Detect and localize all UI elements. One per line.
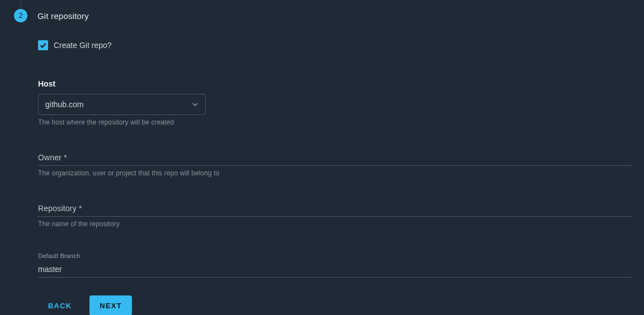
back-button[interactable]: BACK [38, 295, 82, 315]
default-branch-label: Default Branch [38, 252, 633, 259]
owner-helper: The organization, user or project that t… [38, 169, 633, 177]
step-content: Create Git repo? Host github.com The hos… [38, 40, 633, 315]
owner-label: Owner * [38, 153, 67, 162]
step-header: 2 Git repository [14, 9, 89, 22]
owner-input-wrap[interactable]: Owner * [38, 153, 633, 166]
create-git-repo-checkbox[interactable] [38, 40, 48, 50]
repository-helper: The name of the repository [38, 220, 633, 228]
wizard-button-row: BACK NEXT [38, 295, 633, 315]
stepper-connector [21, 0, 21, 9]
host-select[interactable]: github.com [38, 94, 206, 115]
host-helper: The host where the repository will be cr… [38, 118, 633, 126]
next-button[interactable]: NEXT [89, 295, 131, 315]
chevron-down-icon [192, 101, 198, 108]
check-icon [39, 41, 47, 49]
host-field-block: Host github.com The host where the repos… [38, 79, 633, 126]
repository-label: Repository * [38, 204, 82, 213]
create-git-repo-label: Create Git repo? [54, 41, 112, 50]
repository-input-wrap[interactable]: Repository * [38, 204, 633, 217]
default-branch-input[interactable] [38, 261, 633, 278]
step-number-badge: 2 [14, 9, 27, 22]
default-branch-field-block: Default Branch [38, 252, 633, 278]
owner-field-block: Owner * The organization, user or projec… [38, 153, 633, 177]
host-label: Host [38, 79, 633, 88]
step-title: Git repository [37, 11, 89, 21]
repository-field-block: Repository * The name of the repository [38, 204, 633, 228]
host-select-value: github.com [45, 100, 83, 109]
create-git-repo-row: Create Git repo? [38, 40, 633, 50]
